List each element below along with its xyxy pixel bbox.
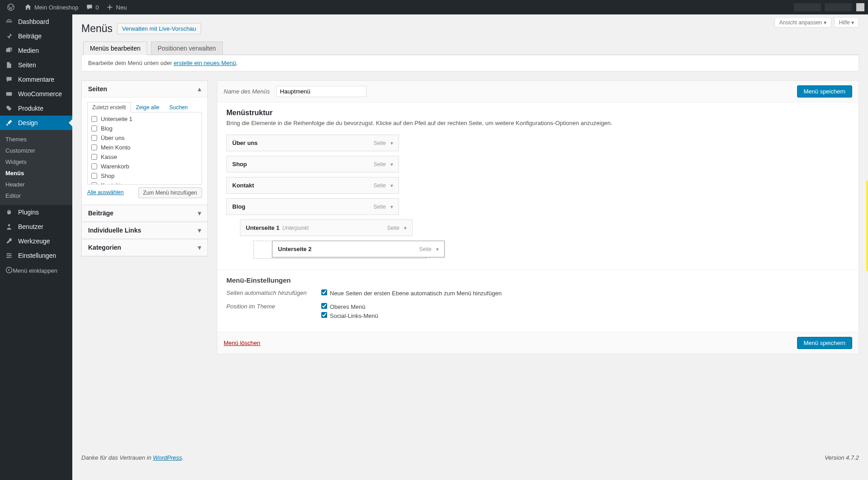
accordion-pages-title[interactable]: Seiten ▴ [82,81,207,98]
comment-icon [5,76,14,83]
list-item[interactable]: Kontakt [88,181,202,185]
menu-pages[interactable]: Seiten [0,58,72,72]
tab-edit-menus[interactable]: Menüs bearbeiten [83,42,147,55]
menu-woocommerce[interactable]: WooCommerce [0,87,72,101]
site-name-link[interactable]: Mein Onlineshop [21,0,82,14]
location-top-checkbox[interactable] [321,303,327,309]
chevron-down-icon[interactable]: ▾ [390,204,393,210]
chevron-down-icon[interactable]: ▾ [436,246,439,252]
list-item[interactable]: Blog [88,124,202,133]
accordion-categories-title[interactable]: Kategorien ▾ [82,239,207,256]
page-checkbox[interactable] [91,116,97,122]
auto-add-checkbox-label[interactable]: Neue Seiten der ersten Ebene automatisch… [321,289,849,297]
add-to-menu-button[interactable]: Zum Menü hinzufügen [138,187,202,198]
admin-menu: Dashboard Beiträge Medien Seiten Komment… [0,14,72,466]
menu-dashboard[interactable]: Dashboard [0,14,72,29]
save-menu-button-bottom[interactable]: Menü speichern [797,337,853,349]
avatar[interactable] [856,3,864,11]
menu-editor: Name des Menüs Menü speichern Menüstrukt… [217,80,859,354]
svg-point-3 [7,253,9,254]
admin-bar: Mein Onlineshop 0 Neu [0,0,868,14]
menu-item-sub2-dragging[interactable]: Unterseite 2 Seite▾ [272,241,445,257]
accordion-links-title[interactable]: Individuelle Links ▾ [82,222,207,239]
tab-recent[interactable]: Zuletzt erstellt [87,102,131,112]
submenu-widgets[interactable]: Widgets [0,156,72,168]
tab-manage-locations[interactable]: Positionen verwalten [151,42,223,55]
menu-comments[interactable]: Kommentare [0,72,72,87]
submenu-menus[interactable]: Menüs [0,168,72,179]
chevron-up-icon: ▴ [198,85,201,93]
submenu-customizer[interactable]: Customizer [0,145,72,156]
select-all-link[interactable]: Alle auswählen [87,189,124,196]
manage-text: Bearbeite dein Menü unten oder [88,60,174,66]
nav-tabs: Menüs bearbeiten Positionen verwalten [81,42,859,55]
location-top-label[interactable]: Oberes Menü [321,303,849,310]
auto-add-checkbox[interactable] [321,289,327,295]
submenu-header[interactable]: Header [0,179,72,190]
delete-menu-link[interactable]: Menü löschen [224,340,260,346]
page-checkbox[interactable] [91,163,97,169]
menu-tools[interactable]: Werkzeuge [0,234,72,248]
list-item[interactable]: Warenkorb [88,162,202,171]
wordpress-link[interactable]: WordPress [153,454,182,461]
menu-name-input[interactable] [276,86,366,97]
accordion-custom-links: Individuelle Links ▾ [81,222,208,239]
list-item[interactable]: Kasse [88,152,202,162]
tab-all[interactable]: Zeige alle [131,102,164,112]
accordion-posts-title[interactable]: Beiträge ▾ [82,205,207,222]
chevron-down-icon[interactable]: ▾ [390,161,393,168]
location-social-checkbox[interactable] [321,312,327,318]
manage-menus-bar: Bearbeite dein Menü unten oder erstelle … [81,55,859,71]
comments-link[interactable]: 0 [82,0,103,14]
svg-rect-1 [6,92,12,96]
page-checkbox[interactable] [91,126,97,131]
menu-item-blog[interactable]: Blog Seite▾ [226,198,399,215]
admin-footer: Danke für das Vertrauen in WordPress. Ve… [72,450,868,466]
list-item[interactable]: Shop [88,171,202,181]
submenu-themes[interactable]: Themes [0,134,72,145]
menu-plugins[interactable]: Plugins [0,205,72,219]
list-item[interactable]: Über uns [88,133,202,143]
menu-products[interactable]: Produkte [0,101,72,116]
save-menu-button-top[interactable]: Menü speichern [797,85,853,98]
chevron-down-icon[interactable]: ▾ [404,225,407,231]
page-checkbox[interactable] [91,135,97,141]
wp-logo[interactable] [4,0,21,14]
auto-add-label: Seiten automatisch hinzufügen [226,289,321,298]
svg-point-4 [9,255,11,256]
menu-item-sub1[interactable]: Unterseite 1 Unterpunkt Seite▾ [240,219,413,236]
menu-design[interactable]: Design [0,116,72,130]
pages-checklist[interactable]: Unterseite 1 Blog Über uns Mein Konto Ka… [87,112,202,185]
design-submenu: Themes Customizer Widgets Menüs Header E… [0,130,72,205]
page-checkbox[interactable] [91,154,97,160]
menu-item-shop[interactable]: Shop Seite▾ [226,156,399,172]
screen-options-button[interactable]: Ansicht anpassen ▾ [774,18,831,28]
menu-item-contact[interactable]: Kontakt Seite▾ [226,177,399,194]
location-social-label[interactable]: Social-Links-Menü [321,312,849,319]
menu-settings[interactable]: Einstellungen [0,248,72,263]
collapse-icon [5,266,13,275]
collapse-menu[interactable]: Menü einklappen [0,263,72,279]
structure-desc: Bring die Elemente in die Reihenfolge di… [226,120,849,126]
menu-item-about[interactable]: Über uns Seite▾ [226,135,399,151]
tab-search[interactable]: Suchen [164,102,193,112]
submenu-editor[interactable]: Editor [0,190,72,201]
svg-point-0 [8,4,14,10]
menu-users[interactable]: Benutzer [0,219,72,234]
menu-media[interactable]: Medien [0,43,72,58]
list-item[interactable]: Mein Konto [88,143,202,152]
page-title: Menüs [81,23,113,35]
chevron-down-icon[interactable]: ▾ [390,140,393,146]
new-content-link[interactable]: Neu [103,0,131,14]
help-button[interactable]: Hilfe ▾ [834,18,859,28]
svg-point-5 [7,256,9,258]
chevron-down-icon[interactable]: ▾ [390,182,393,189]
list-item[interactable]: Unterseite 1 [88,114,202,124]
pages-tabs: Zuletzt erstellt Zeige alle Suchen [87,102,202,112]
create-new-menu-link[interactable]: erstelle ein neues Menü [174,60,236,66]
live-preview-button[interactable]: Verwalten mit Live-Vorschau [117,23,201,34]
menu-posts[interactable]: Beiträge [0,29,72,43]
home-icon [24,4,32,11]
page-checkbox[interactable] [91,173,97,179]
page-checkbox[interactable] [91,144,97,150]
